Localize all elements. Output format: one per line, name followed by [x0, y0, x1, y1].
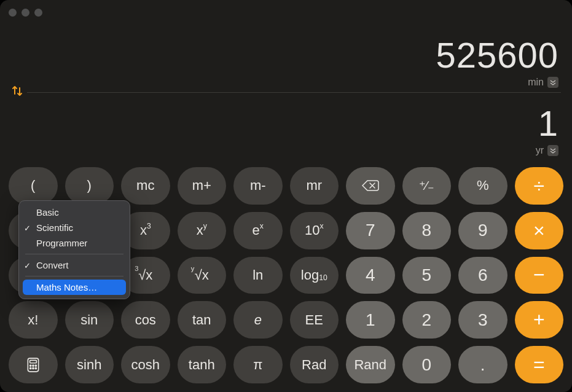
key-divide[interactable]: ÷ [515, 167, 564, 205]
check-icon: ✓ [24, 261, 31, 270]
lower-unit-label: yr [536, 145, 544, 156]
key-percent[interactable]: % [458, 167, 507, 205]
chevron-down-icon [547, 77, 558, 88]
window-minimize-button[interactable] [22, 9, 29, 17]
mode-menu-item-programmer[interactable]: Programmer [19, 235, 130, 251]
key-multiply[interactable]: × [515, 212, 564, 249]
mode-menu-item-scientific[interactable]: ✓ Scientific [19, 220, 130, 235]
key-sin[interactable]: sin [65, 301, 114, 339]
display-upper-value: 525600 [436, 37, 558, 73]
key-mode-menu[interactable] [9, 346, 58, 383]
key-plus-minus[interactable]: ⁺∕₋ [402, 167, 452, 205]
svg-point-7 [35, 367, 36, 369]
key-e[interactable]: e [233, 301, 283, 339]
key-close-paren[interactable]: ) [65, 167, 114, 205]
key-backspace[interactable] [346, 167, 395, 205]
key-mr[interactable]: mr [290, 167, 339, 205]
key-10x[interactable]: 10x [290, 212, 339, 249]
key-ln[interactable]: ln [233, 257, 283, 294]
display-divider [11, 92, 561, 93]
svg-point-4 [35, 365, 36, 366]
key-3[interactable]: 3 [458, 301, 507, 339]
key-4[interactable]: 4 [346, 257, 395, 294]
calculator-icon [25, 357, 41, 373]
key-factorial[interactable]: x! [9, 301, 58, 339]
key-6[interactable]: 6 [458, 257, 507, 294]
svg-point-2 [29, 365, 31, 366]
mode-menu-item-maths-notes[interactable]: Maths Notes… [23, 280, 126, 295]
key-2[interactable]: 2 [402, 301, 452, 339]
chevron-down-icon [547, 145, 558, 156]
key-log10[interactable]: log10 [290, 257, 339, 294]
svg-rect-1 [29, 360, 36, 363]
check-icon: ✓ [24, 223, 31, 232]
calculator-window: 525600 min 1 yr ( ) [0, 0, 572, 392]
upper-unit-label: min [528, 77, 544, 88]
svg-point-5 [29, 367, 31, 369]
key-5[interactable]: 5 [402, 257, 452, 294]
lower-unit-selector[interactable]: yr [536, 145, 558, 156]
key-0[interactable]: 0 [402, 346, 452, 383]
key-m-minus[interactable]: m- [233, 167, 283, 205]
key-m-plus[interactable]: m+ [178, 167, 227, 205]
display-upper-row: 525600 min [14, 23, 558, 92]
key-sinh[interactable]: sinh [65, 346, 114, 383]
mode-popover: Basic ✓ Scientific Programmer ✓ Convert … [18, 200, 130, 299]
mode-menu-label: Basic [36, 207, 59, 218]
key-open-paren[interactable]: ( [9, 167, 58, 205]
menu-separator [25, 276, 123, 276]
mode-menu-item-basic[interactable]: Basic [19, 205, 130, 220]
key-8[interactable]: 8 [402, 212, 452, 249]
svg-point-3 [33, 365, 34, 366]
svg-point-6 [33, 367, 34, 369]
upper-unit-selector[interactable]: min [528, 77, 558, 88]
key-ee[interactable]: EE [290, 301, 339, 339]
mode-menu-label: Convert [36, 260, 69, 270]
window-zoom-button[interactable] [34, 9, 42, 17]
key-rand[interactable]: Rand [346, 346, 395, 383]
key-yroot[interactable]: y√x [178, 257, 227, 294]
swap-units-button[interactable] [11, 85, 27, 100]
display-area: 525600 min 1 yr [0, 23, 572, 162]
key-decimal[interactable]: . [458, 346, 507, 383]
key-cos[interactable]: cos [121, 301, 170, 339]
key-rad[interactable]: Rad [290, 346, 339, 383]
key-mc[interactable]: mc [121, 167, 170, 205]
key-xy[interactable]: xy [178, 212, 227, 249]
key-tan[interactable]: tan [178, 301, 227, 339]
key-pi[interactable]: π [233, 346, 283, 383]
window-close-button[interactable] [9, 9, 17, 17]
mode-menu-label: Scientific [36, 222, 73, 233]
key-9[interactable]: 9 [458, 212, 507, 249]
key-1[interactable]: 1 [346, 301, 395, 339]
mode-menu-label: Maths Notes… [36, 282, 97, 292]
mode-menu-label: Programmer [36, 238, 87, 248]
key-minus[interactable]: − [515, 257, 564, 294]
key-equals[interactable]: = [515, 346, 564, 383]
key-cosh[interactable]: cosh [121, 346, 170, 383]
key-7[interactable]: 7 [346, 212, 395, 249]
display-lower-value: 1 [538, 106, 558, 141]
window-controls [9, 9, 42, 17]
display-lower-row: 1 yr [14, 92, 558, 162]
key-plus[interactable]: + [515, 301, 564, 339]
key-tanh[interactable]: tanh [178, 346, 227, 383]
mode-menu-item-convert[interactable]: ✓ Convert [19, 257, 130, 273]
key-ex[interactable]: ex [233, 212, 283, 249]
menu-separator [25, 254, 123, 254]
